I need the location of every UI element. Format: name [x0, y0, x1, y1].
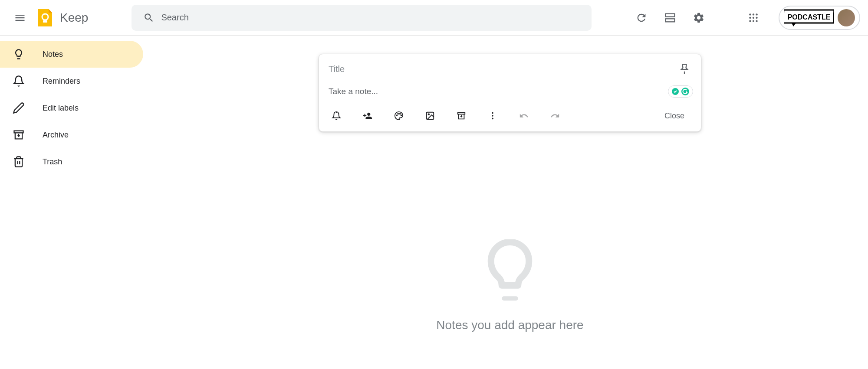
- google-apps-button[interactable]: [741, 6, 766, 30]
- svg-point-11: [753, 20, 754, 22]
- svg-point-27: [492, 112, 493, 114]
- refresh-button[interactable]: [629, 6, 654, 30]
- grammarly-sub-icon: [671, 88, 679, 95]
- image-icon: [425, 111, 435, 121]
- settings-button[interactable]: [687, 6, 711, 30]
- redo-icon: [550, 111, 560, 121]
- svg-text:PODCASTLE: PODCASTLE: [788, 13, 831, 21]
- svg-point-28: [492, 115, 493, 117]
- bell-icon: [12, 75, 25, 87]
- svg-point-7: [749, 16, 751, 18]
- grammarly-icon: [681, 87, 690, 96]
- podcastle-logo-icon: PODCASTLE: [784, 9, 834, 26]
- user-avatar[interactable]: [838, 9, 855, 26]
- app-title: Keep: [60, 11, 88, 25]
- svg-point-6: [756, 13, 757, 15]
- sidebar-item-trash[interactable]: Trash: [0, 148, 143, 175]
- refresh-icon: [635, 12, 648, 24]
- svg-point-21: [398, 114, 398, 114]
- remind-me-button[interactable]: [326, 105, 347, 126]
- svg-point-29: [492, 118, 493, 120]
- app-logo-section[interactable]: Keep: [35, 7, 88, 28]
- svg-point-9: [756, 16, 757, 18]
- empty-state-text: Notes you add appear here: [436, 318, 583, 332]
- svg-point-10: [749, 20, 751, 22]
- sidebar-item-reminders[interactable]: Reminders: [0, 68, 143, 95]
- note-composer-card: Close: [319, 54, 701, 132]
- collaborator-button[interactable]: [357, 105, 378, 126]
- lightbulb-icon: [12, 48, 25, 60]
- empty-state: Notes you add appear here: [436, 239, 583, 332]
- hamburger-icon: [14, 12, 26, 24]
- list-view-button[interactable]: [658, 6, 682, 30]
- sidebar-item-label: Archive: [43, 131, 69, 140]
- search-icon: [140, 12, 158, 23]
- archive-icon: [457, 111, 466, 121]
- svg-point-22: [400, 114, 401, 114]
- svg-point-8: [753, 16, 754, 18]
- svg-rect-1: [43, 20, 47, 23]
- palette-icon: [394, 111, 404, 121]
- add-image-button[interactable]: [420, 105, 441, 126]
- gear-icon: [693, 12, 705, 24]
- note-title-input[interactable]: [329, 64, 676, 74]
- list-view-icon: [664, 12, 676, 24]
- svg-point-20: [397, 115, 398, 116]
- sidebar-item-edit-labels[interactable]: Edit labels: [0, 95, 143, 121]
- keep-logo-icon: [35, 7, 56, 28]
- svg-point-5: [753, 13, 754, 15]
- note-body-input[interactable]: [329, 87, 668, 96]
- sidebar-item-notes[interactable]: Notes: [0, 41, 143, 68]
- svg-rect-3: [666, 19, 675, 22]
- background-options-button[interactable]: [388, 105, 409, 126]
- undo-icon: [519, 111, 529, 121]
- podcastle-extension-badge[interactable]: PODCASTLE: [779, 6, 860, 30]
- sidebar-item-label: Notes: [43, 50, 63, 59]
- more-options-button[interactable]: [482, 105, 503, 126]
- person-add-icon: [363, 111, 372, 121]
- reminder-icon: [332, 111, 341, 121]
- sidebar-item-label: Edit labels: [43, 104, 79, 113]
- svg-rect-2: [666, 13, 675, 16]
- pin-icon: [678, 63, 690, 75]
- redo-button: [545, 105, 566, 126]
- svg-point-23: [401, 115, 402, 116]
- grammarly-extension-badge[interactable]: [668, 85, 693, 98]
- lightbulb-large-icon: [482, 239, 538, 304]
- sidebar-item-label: Trash: [43, 157, 62, 167]
- undo-button: [513, 105, 534, 126]
- main-menu-button[interactable]: [8, 6, 32, 30]
- svg-rect-26: [458, 113, 465, 114]
- archive-icon: [12, 129, 25, 141]
- sidebar-item-archive[interactable]: Archive: [0, 121, 143, 148]
- pencil-icon: [12, 102, 25, 114]
- svg-rect-30: [502, 296, 518, 300]
- archive-note-button[interactable]: [451, 105, 472, 126]
- pin-note-button[interactable]: [676, 60, 693, 78]
- svg-point-12: [756, 20, 757, 22]
- more-vertical-icon: [488, 111, 497, 121]
- search-input[interactable]: [158, 13, 583, 23]
- trash-icon: [12, 156, 25, 168]
- svg-point-4: [749, 13, 751, 15]
- apps-grid-icon: [748, 12, 759, 23]
- sidebar-item-label: Reminders: [43, 77, 80, 86]
- sidebar: Notes Reminders Edit labels Archive Tras…: [0, 36, 152, 369]
- search-bar[interactable]: [132, 5, 592, 31]
- close-note-button[interactable]: Close: [654, 107, 695, 125]
- svg-rect-15: [14, 131, 23, 133]
- svg-point-25: [428, 114, 429, 115]
